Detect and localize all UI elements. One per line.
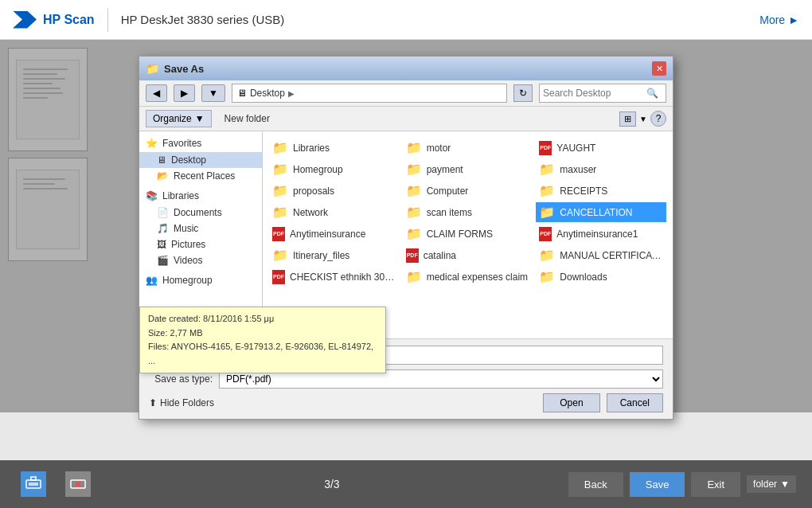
footer-buttons: ⬆ Hide Folders Open Cancel [149,393,663,412]
file-name: Homegroup [293,164,343,175]
list-item[interactable]: 📁Computer [403,181,533,201]
list-item[interactable]: PDFAnytimeinsurance1 [536,224,666,244]
bottom-left [16,467,96,502]
open-button[interactable]: Open [543,393,599,412]
cancel-button[interactable]: Cancel [607,393,663,412]
folder-icon: 📁 [539,183,555,198]
address-text: Desktop [250,88,285,99]
view-toggle-button[interactable]: ⊞ [619,111,636,127]
file-name: payment [427,164,463,175]
back-nav-button[interactable]: ◀ [146,84,167,102]
dialog-title: Save As [164,63,204,75]
sidebar-item-videos[interactable]: 🎬 Videos [139,252,262,268]
saveas-label: Save as type: [149,373,213,385]
music-icon: 🎵 [157,223,169,234]
view-buttons: ⊞ ▼ ? [619,111,666,127]
pdf-icon: PDF [272,227,285,241]
organize-button[interactable]: Organize ▼ [146,110,212,127]
search-input[interactable] [543,88,646,99]
tooltip-date: Date created: 8/11/2016 1:55 μμ [148,312,377,326]
folder-icon: 📁 [406,162,422,177]
list-item[interactable]: 📁Libraries [269,138,400,158]
list-item[interactable]: 📁MANUAL CERTIFICATES [536,245,666,265]
file-name: Anytimeinsurance [290,229,365,240]
folder-icon: 📁 [272,162,288,177]
list-item[interactable]: PDFCHECKIST ethnikh 30.01.2017 [269,267,400,287]
homegroup-section: 👥 Homegroup [139,272,262,289]
address-bar[interactable]: 🖥 Desktop ▶ [232,84,507,103]
sidebar-item-documents[interactable]: 📄 Documents [139,205,262,221]
list-item[interactable]: PDFYAUGHT [536,138,666,158]
cancel-scan-button[interactable] [61,467,96,502]
svg-rect-1 [29,483,38,486]
list-item[interactable]: 📁proposals [269,181,400,201]
list-item[interactable]: 📁RECEIPTS [536,181,666,201]
file-name: scan items [427,207,472,218]
file-name: YAUGHT [556,143,595,154]
file-name: Downloads [560,272,607,283]
favorites-section: ⭐ Favorites 🖥 Desktop 📂 Recent Places [139,135,262,184]
star-icon: ⭐ [146,138,158,149]
file-name: RECEIPTS [560,186,607,197]
list-item[interactable]: 📁Network [269,202,400,222]
sidebar-item-music[interactable]: 🎵 Music [139,221,262,236]
folder-icon: 📁 [272,183,288,198]
forward-nav-button[interactable]: ▶ [174,84,195,102]
file-name: proposals [293,186,334,197]
folder-icon: 📁 [539,248,555,263]
file-name: catalina [424,250,456,261]
list-item[interactable]: 📁motor [403,138,533,158]
dialog-close-button[interactable]: ✕ [652,61,666,76]
page-counter: 3/3 [324,478,339,490]
tooltip-files: Files: ANYOHS-4165, E-917913.2, E-926036… [148,340,377,368]
cancel-scan-icon [65,471,91,497]
homegroup-header[interactable]: 👥 Homegroup [139,272,262,289]
file-name: medical expenses claim [427,272,528,283]
list-item[interactable]: 📁medical expenses claim [403,267,533,287]
pdf-icon: PDF [406,248,419,263]
more-button[interactable]: More ► [759,14,799,26]
folder-icon: 📁 [406,140,422,155]
folder-icon: 📁 [406,183,422,198]
documents-icon: 📄 [157,207,169,218]
new-folder-button[interactable]: New folder [218,111,276,127]
pdf-icon: PDF [539,227,552,241]
folder-dropdown[interactable]: folder ▼ [747,475,796,493]
dialog-title-bar: 📁 Save As ✕ [139,57,673,80]
help-button[interactable]: ? [650,111,666,127]
pdf-icon: PDF [272,270,285,284]
libraries-header[interactable]: 📚 Libraries [139,187,262,205]
down-nav-button[interactable]: ▼ [201,84,225,102]
pdf-icon: PDF [539,141,552,155]
save-button[interactable]: Save [630,472,685,497]
list-item[interactable]: 📁Itinerary_files [269,245,400,265]
file-name: CANCELLATION [560,207,632,218]
file-name: Itinerary_files [293,250,349,261]
scan-button[interactable] [16,467,51,502]
dropdown-arrow-icon: ▼ [780,479,790,490]
list-item[interactable]: PDFAnytimeinsurance [269,224,400,244]
folder-icon: 📁 [539,269,555,284]
sidebar-item-recent-places[interactable]: 📂 Recent Places [139,168,262,184]
sidebar-item-pictures[interactable]: 🖼 Pictures [139,236,262,252]
list-item[interactable]: PDFcatalina [403,245,533,265]
list-item[interactable]: 📁CLAIM FORMS [403,224,533,244]
list-item[interactable]: 📁CANCELLATION [536,202,666,222]
list-item[interactable]: 📁maxuser [536,159,666,179]
bottom-right: Back Save Exit folder ▼ [568,472,796,497]
list-item[interactable]: 📁Downloads [536,267,666,287]
hide-folders-button[interactable]: ⬆ Hide Folders [149,397,214,408]
search-bar[interactable]: 🔍 [539,84,666,103]
refresh-button[interactable]: ↻ [513,84,533,102]
file-name: maxuser [560,164,596,175]
list-item[interactable]: 📁Homegroup [269,159,400,179]
list-item[interactable]: 📁payment [403,159,533,179]
back-button[interactable]: Back [568,472,623,497]
scan-icon [21,471,46,497]
exit-button[interactable]: Exit [691,472,740,497]
homegroup-icon: 👥 [146,275,158,286]
sidebar-item-desktop[interactable]: 🖥 Desktop [139,152,262,168]
favorites-header[interactable]: ⭐ Favorites [139,135,262,152]
list-item[interactable]: 📁scan items [403,202,533,222]
libraries-section: 📚 Libraries 📄 Documents 🎵 Music 🖼 [139,187,262,268]
